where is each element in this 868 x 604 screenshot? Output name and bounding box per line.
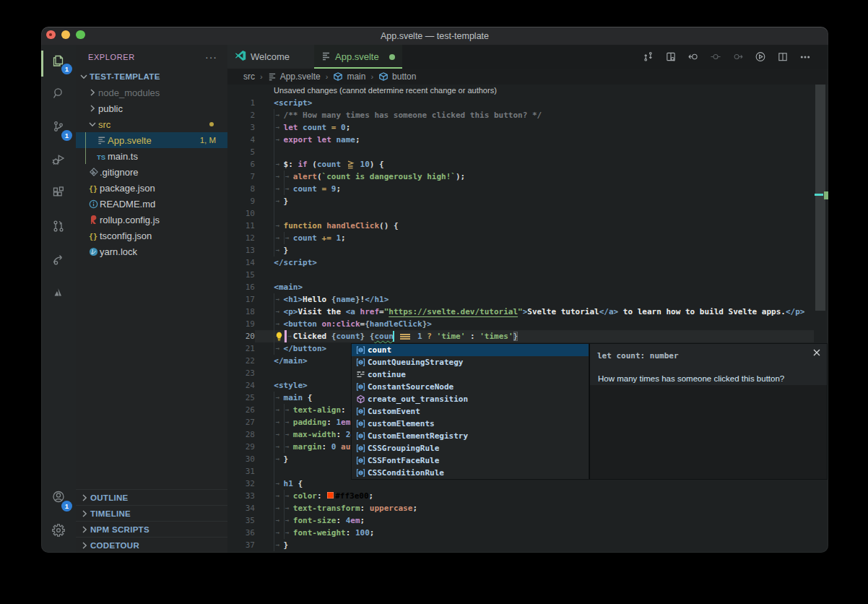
more-actions-icon[interactable] xyxy=(799,51,811,63)
chevron-right-icon: › xyxy=(260,72,263,81)
activity-extensions[interactable] xyxy=(41,178,76,211)
code-token-num: 1 xyxy=(331,233,341,243)
activity-settings[interactable] xyxy=(41,515,76,548)
activity-search[interactable] xyxy=(41,78,76,111)
activity-run-debug[interactable] xyxy=(41,144,76,178)
code-line-9: 9→} xyxy=(227,195,828,207)
file-name: rollup.config.js xyxy=(100,215,160,225)
close-icon[interactable] xyxy=(812,348,821,357)
suggestion-customelements[interactable]: customElements xyxy=(352,418,589,430)
breadcrumb-file[interactable]: App.svelte xyxy=(280,72,321,82)
code-token-tag: </h1> xyxy=(365,295,389,304)
code-line-2: 2→/** How many times has someone clicked… xyxy=(227,109,828,121)
breadcrumb-main[interactable]: main xyxy=(347,72,365,82)
line-number: 24 xyxy=(227,379,255,392)
activity-github-pull-requests[interactable] xyxy=(41,211,76,244)
tree-item-app-svelte[interactable]: App.svelte1, M xyxy=(76,132,227,148)
code-token-tag: <a xyxy=(346,307,355,316)
tree-item-yarn-lock[interactable]: yarn.lock xyxy=(76,243,227,259)
line-number: 32 xyxy=(227,478,255,490)
open-preview-icon[interactable] xyxy=(665,51,677,63)
tree-item-src[interactable]: src xyxy=(76,116,227,132)
breadcrumb-button[interactable]: button xyxy=(392,72,416,82)
suggestion-cssgroupingrule[interactable]: CSSGroupingRule xyxy=(352,442,589,454)
go-back-icon[interactable] xyxy=(687,51,699,63)
tree-item-public[interactable]: public xyxy=(76,100,227,116)
tree-project-root[interactable]: TEST-TEMPLATE xyxy=(76,69,227,85)
tree-item--gitignore[interactable]: .gitignore xyxy=(76,164,227,180)
activity-source-control[interactable]: 1 xyxy=(41,111,76,144)
suggestion-countqueuingstrategy[interactable]: CountQueuingStrategy xyxy=(352,356,589,368)
tab-app-svelte[interactable]: App.svelte xyxy=(314,45,402,69)
suggestion-signature: let count: number xyxy=(597,350,820,362)
suggestion-cssconditionrule[interactable]: CSSConditionRule xyxy=(352,467,589,479)
open-changes-icon[interactable] xyxy=(643,51,654,63)
line-number: 20 xyxy=(227,330,255,342)
tree-item-tsconfig-json[interactable]: {}tsconfig.json xyxy=(76,228,227,243)
activity-bar: 1 1 xyxy=(41,45,76,553)
suggestion-constantsourcenode[interactable]: ConstantSourceNode xyxy=(352,381,589,393)
github-pr-icon xyxy=(50,217,67,238)
tree-item-package-json[interactable]: {}package.json xyxy=(76,180,227,196)
code-token-pun: ) { xyxy=(370,160,384,169)
tree-item-rollup-config-js[interactable]: rollup.config.js xyxy=(76,212,227,228)
title-bar[interactable]: App.svelte — test-template xyxy=(41,27,828,45)
suggestion-label: CustomEvent xyxy=(368,405,420,418)
next-change-icon[interactable] xyxy=(732,51,744,63)
prev-change-icon[interactable] xyxy=(710,51,721,63)
tree-item-node-modules[interactable]: node_modules xyxy=(76,85,227,100)
code-line-20: 20→→Clicked {count} {coun 1 ? 'time' : '… xyxy=(227,330,828,342)
lightbulb-icon[interactable] xyxy=(275,332,283,345)
more-actions-icon[interactable]: ··· xyxy=(205,53,217,61)
code-line-17: 17→<h1>Hello {name}!</h1> xyxy=(227,293,828,306)
chevron-right-icon xyxy=(79,492,90,504)
tab-welcome[interactable]: Welcome xyxy=(227,45,314,69)
activity-live-share[interactable] xyxy=(41,244,76,277)
code-token-attr: href xyxy=(355,307,379,316)
tree-item-main-ts[interactable]: TSmain.ts xyxy=(76,148,227,164)
section-codetour[interactable]: CODETOUR xyxy=(76,537,227,553)
code-token-str: " xyxy=(518,307,523,316)
file-name: App.svelte xyxy=(108,135,152,146)
dirty-indicator[interactable] xyxy=(389,54,395,60)
code-token-pun: } xyxy=(284,197,289,206)
color-swatch[interactable] xyxy=(327,492,334,499)
suggestion-create_out_transition[interactable]: create_out_transition xyxy=(352,393,589,405)
tree-item-readme-md[interactable]: README.md xyxy=(76,196,227,212)
activity-explorer[interactable]: 1 xyxy=(41,45,76,78)
activity-accounts[interactable]: 1 xyxy=(41,482,76,515)
split-editor-icon[interactable] xyxy=(777,51,789,63)
json-file-icon: {} xyxy=(87,230,100,241)
suggestion-count[interactable]: count xyxy=(352,344,589,356)
file-name: package.json xyxy=(100,183,155,194)
overview-modified-mark xyxy=(824,191,829,199)
suggestion-cssfontfacerule[interactable]: CSSFontFaceRule xyxy=(352,454,589,467)
chevron-right-icon xyxy=(87,87,98,98)
code-token-unit: em xyxy=(350,516,360,525)
code-editor[interactable]: Unsaved changes (cannot determine recent… xyxy=(227,85,828,553)
run-icon[interactable] xyxy=(755,51,766,63)
code-line-36: 36→→font-weight: 100; xyxy=(227,527,828,539)
suggestion-customevent[interactable]: CustomEvent xyxy=(352,405,589,418)
vscode-window: App.svelte — test-template 1 1 xyxy=(41,27,828,553)
line-number: 28 xyxy=(227,428,255,441)
intellisense-widget: countCountQueuingStrategycontinueConstan… xyxy=(351,343,828,480)
suggestion-label: CSSConditionRule xyxy=(368,467,444,479)
code-token-id: main xyxy=(284,393,303,402)
code-token-pun xyxy=(365,332,370,341)
code-token-txt: Svelte tutorial xyxy=(527,307,599,316)
suggestion-continue[interactable]: continue xyxy=(352,368,589,381)
code-token-prop: font-weight xyxy=(293,528,346,538)
activity-azure[interactable] xyxy=(41,277,76,311)
section-npm-scripts[interactable]: NPM SCRIPTS xyxy=(76,521,227,537)
suggestion-label: ConstantSourceNode xyxy=(368,381,453,393)
overview-cursor-mark xyxy=(815,194,823,196)
symbol-function-icon xyxy=(356,394,368,404)
section-timeline[interactable]: TIMELINE xyxy=(76,505,227,521)
breadcrumb-src[interactable]: src xyxy=(243,72,255,82)
line-number: 4 xyxy=(227,134,255,146)
code-token-kw: if xyxy=(293,160,308,169)
section-outline[interactable]: OUTLINE xyxy=(76,489,227,505)
suggestion-customelementregistry[interactable]: CustomElementRegistry xyxy=(352,430,589,442)
code-line-18: 18→<p>Visit the <a href="https://svelte.… xyxy=(227,306,828,318)
